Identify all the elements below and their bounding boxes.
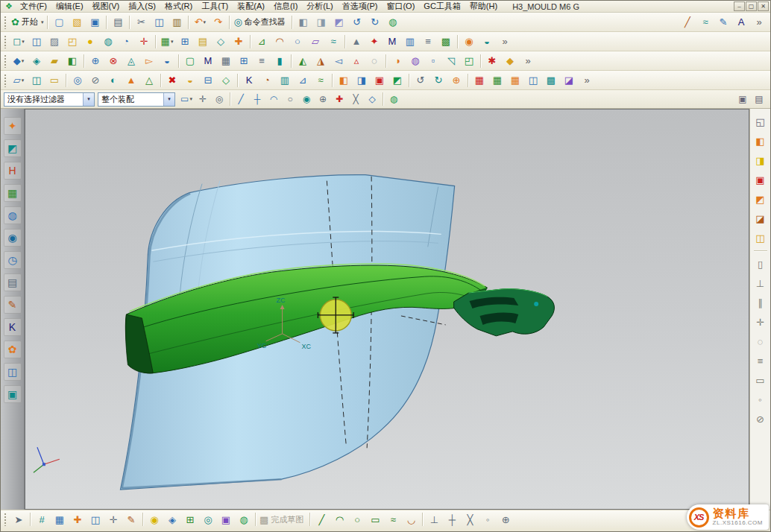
toolbar-icon[interactable]: ▦ [218, 53, 234, 69]
toolbar-icon[interactable]: ◉ [146, 511, 163, 528]
toolbar-icon[interactable]: ▭ [46, 72, 63, 89]
information-icon[interactable]: ▤ [4, 273, 22, 291]
toolbar-icon[interactable]: ▲ [123, 72, 139, 89]
toolbar-icon[interactable]: ✦ [366, 34, 383, 50]
toolbar-icon[interactable]: ≈ [325, 34, 342, 50]
cut-icon[interactable]: ✂ [133, 14, 149, 31]
dropdown-arrow-icon[interactable]: ▾ [204, 19, 207, 25]
viewport-layout-icon[interactable]: ▤ [752, 92, 767, 107]
command-finder-button[interactable]: ◎命令查找器 [233, 14, 288, 31]
toolbar-icon[interactable]: ⊥ [426, 511, 442, 528]
toolbar-icon[interactable]: ◆▾ [10, 53, 27, 69]
toolbar-icon[interactable]: ◒ [159, 53, 175, 69]
toolbar-icon[interactable]: ✱ [484, 53, 500, 69]
toolbar-icon[interactable]: ⊕ [315, 92, 330, 107]
toolbar-icon[interactable]: ┼ [250, 92, 265, 107]
menu-item[interactable]: 信息(I) [269, 1, 302, 12]
toolbar-icon[interactable]: ✎ [123, 511, 139, 528]
viewport-window-icon[interactable]: ▣ [735, 92, 750, 107]
start-button[interactable]: ✿开始▾ [10, 14, 44, 31]
toolbar-icon[interactable]: ◭ [295, 53, 311, 69]
toolbar-icon[interactable]: ▢ [182, 53, 198, 69]
toolbar-icon[interactable]: ◨ [752, 152, 769, 168]
toolbar-icon[interactable]: ⊞ [182, 511, 198, 528]
dropdown-arrow-icon[interactable]: ▾ [189, 96, 192, 102]
toolbar-icon[interactable]: ◎ [200, 511, 216, 528]
toolbar-icon[interactable]: ▩ [438, 34, 454, 50]
toolbar-icon[interactable]: M [384, 34, 400, 50]
toolbar-icon[interactable]: ○ [349, 511, 365, 528]
toolbar-icon[interactable]: ▩ [543, 72, 559, 89]
toolbar-icon[interactable]: ▰ [46, 53, 63, 69]
toolbar-icon[interactable]: ▦▾ [159, 34, 175, 50]
selection-scope-dropdown[interactable]: 整个装配 [98, 92, 175, 107]
toolbar-icon[interactable]: ◎ [212, 92, 227, 107]
toolbar-icon[interactable]: ▫ [425, 53, 441, 69]
toolbar-icon[interactable]: ⊿ [254, 34, 270, 50]
toolbar-icon[interactable]: ◍ [100, 34, 116, 50]
toolbar-icon[interactable]: ◦ [479, 511, 496, 528]
menu-item[interactable]: GC工具箱 [419, 1, 465, 12]
toolbar-icon[interactable]: ◒ [479, 34, 495, 50]
dropdown-arrow-icon[interactable]: ▾ [22, 58, 25, 64]
toolbar-icon[interactable]: ◡ [403, 511, 419, 528]
toolbar-icon[interactable]: ▣ [371, 72, 388, 89]
toolbar-icon[interactable]: △ [141, 72, 157, 89]
toolbar-icon[interactable]: ▦ [471, 72, 488, 89]
toolbar-icon[interactable]: ◫ [752, 229, 769, 246]
toolbar-icon[interactable]: ◎ [69, 72, 86, 89]
toolbar-icon[interactable]: ◒ [182, 72, 198, 89]
toolbar-icon[interactable]: ◩ [389, 72, 406, 89]
menu-item[interactable]: 文件(F) [16, 1, 51, 12]
toolbar-icon[interactable]: ┼ [444, 511, 460, 528]
toolbar-icon[interactable]: » [579, 72, 595, 89]
dropdown-arrow-icon[interactable]: ▾ [171, 39, 174, 45]
toolbar-icon[interactable]: ⊕ [87, 53, 104, 69]
line-tool-icon[interactable]: ╱ [679, 14, 696, 31]
toolbar-icon[interactable]: » [520, 53, 536, 69]
toolbar-icon[interactable]: ▯ [752, 256, 769, 272]
toolbar-icon[interactable]: ▵ [348, 53, 365, 69]
view-style-icon[interactable]: ◩ [331, 14, 347, 31]
toolbar-icon[interactable]: ✛ [136, 34, 152, 50]
annotation-icon[interactable]: ✎ [715, 14, 731, 31]
toolbar-icon[interactable]: ◰ [461, 53, 477, 69]
toolbar-icon[interactable]: ⊗ [105, 53, 122, 69]
fit-view-icon[interactable]: ◍ [385, 14, 401, 31]
toolbar-icon[interactable]: ◧ [64, 53, 81, 69]
toolbar-icon[interactable]: ◅ [330, 53, 347, 69]
toolbar-icon[interactable]: ╳ [462, 511, 478, 528]
toolbar-icon[interactable]: ◉ [461, 34, 477, 50]
toolbar-icon[interactable]: ◈ [164, 511, 180, 528]
restore-button[interactable]: ▢ [746, 1, 757, 11]
reuse-library-icon[interactable]: ▦ [4, 184, 22, 202]
toolbar-icon[interactable]: ╱ [313, 511, 330, 528]
web-browser-icon[interactable]: ◍ [4, 206, 22, 224]
toolbar-icon[interactable]: ⊘ [87, 72, 104, 89]
dropdown-arrow-icon[interactable]: ▾ [22, 77, 25, 83]
navigator-icon[interactable]: ✦ [4, 117, 22, 135]
toolbar-icon[interactable]: ◌ [366, 53, 383, 69]
toolbar-icon[interactable]: ○ [289, 34, 306, 50]
toolbar-icon[interactable]: ⊟ [200, 72, 216, 89]
toolbar-icon[interactable]: ▣ [752, 171, 769, 188]
menu-item[interactable]: 视图(V) [88, 1, 125, 12]
toolbar-icon[interactable]: ╳ [348, 92, 363, 107]
history-icon[interactable]: H [4, 162, 22, 180]
templates-icon[interactable]: ◫ [4, 363, 22, 381]
dropdown-arrow-icon[interactable]: ▾ [22, 39, 25, 45]
toolbar-icon[interactable]: ✚ [230, 34, 247, 50]
toolbar-icon[interactable]: ▻ [141, 53, 157, 69]
menu-item[interactable]: 工具(T) [197, 1, 233, 12]
toolbar-icon[interactable]: ⊿ [295, 72, 311, 89]
toolbar-icon[interactable]: ▭ [752, 372, 769, 388]
spline-tool-icon[interactable]: ≈ [697, 14, 714, 31]
toolbar-icon[interactable]: ⊘ [752, 411, 769, 427]
close-button[interactable]: ✕ [758, 1, 769, 11]
toolbar-icon[interactable]: ◪ [752, 210, 769, 227]
rotate-view-icon[interactable]: ↺ [349, 14, 365, 31]
toolbar-icon[interactable]: ◦ [752, 391, 769, 408]
toolbar-icon[interactable]: ◑ [389, 53, 406, 69]
toolbar-icon[interactable]: ✚ [332, 92, 347, 107]
toolbar-icon[interactable]: ◪ [561, 72, 577, 89]
